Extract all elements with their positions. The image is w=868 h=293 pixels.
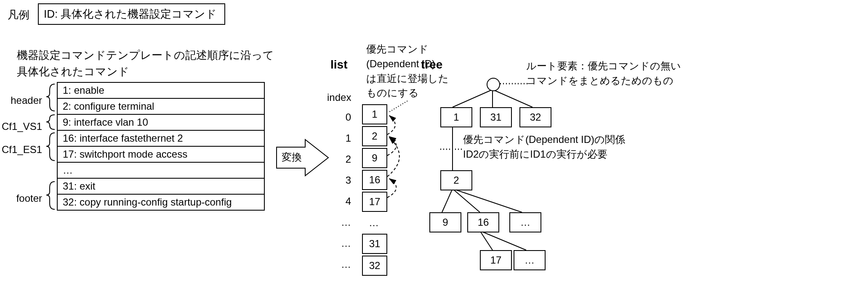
section-label-header: header: [0, 95, 42, 106]
list-title: list: [330, 58, 347, 71]
list-cell: 9: [362, 148, 387, 168]
table-row: 1: enable: [58, 83, 264, 99]
list-cell: 32: [362, 256, 387, 276]
convert-arrow: 変換: [276, 139, 314, 179]
section-label-cf1es1: Cf1_ES1: [0, 144, 42, 156]
list-cell: 31: [362, 234, 387, 254]
section-label-footer: footer: [0, 193, 42, 204]
annotation-root: ルート要素：優先コマンドの無い コマンドをまとめるためのもの: [526, 59, 681, 88]
svg-line-8: [480, 231, 493, 250]
tree-node: 2: [440, 170, 472, 190]
table-row-ellipsis: …: [58, 163, 264, 179]
index-value: …: [341, 233, 351, 254]
table-row: 31: exit: [58, 179, 264, 195]
legend-box: ID: 具体化された機器設定コマンド: [38, 3, 225, 25]
annotation-relation: 優先コマンド(Dependent ID)の関係 ID2の実行前にID1の実行が必…: [463, 132, 625, 162]
index-value: …: [341, 212, 351, 233]
diagram-canvas: 凡例 ID: 具体化された機器設定コマンド 機器設定コマンドテンプレートの記述順…: [0, 0, 868, 293]
arrow-label: 変換: [282, 151, 302, 163]
command-table: 1: enable 2: configure terminal 9: inter…: [57, 82, 265, 211]
table-row: 9: interface vlan 10: [58, 115, 264, 131]
list-cell: 17: [362, 192, 387, 212]
tree-node: 16: [467, 212, 499, 232]
tree-title: tree: [421, 58, 442, 71]
svg-line-9: [480, 231, 526, 250]
index-value: 1: [341, 128, 351, 149]
index-value: 4: [341, 191, 351, 212]
index-value: 0: [341, 107, 351, 128]
svg-line-5: [442, 189, 453, 212]
index-value: …: [341, 254, 351, 275]
tree-node: 17: [480, 250, 512, 270]
table-row: 16: interface fastethernet 2: [58, 131, 264, 147]
table-row: 2: configure terminal: [58, 99, 264, 115]
tree-node: 32: [519, 107, 551, 127]
svg-line-1: [453, 90, 493, 107]
list-cell: 16: [362, 170, 387, 190]
index-column: 0 1 2 3 4 … … …: [341, 107, 351, 275]
index-label: index: [327, 92, 351, 103]
left-description: 機器設定コマンドテンプレートの記述順序に沿って 具体化されたコマンド: [17, 47, 274, 80]
tree-node: 31: [480, 107, 512, 127]
section-label-cf1vs1: Cf1_VS1: [0, 121, 42, 132]
tree-node-ellipsis: …: [514, 250, 546, 270]
table-row: 32: copy running-config startup-config: [58, 195, 264, 210]
index-value: 3: [341, 170, 351, 191]
tree-node: 9: [429, 212, 461, 232]
table-row: 17: switchport mode access: [58, 147, 264, 163]
tree-node-ellipsis: …: [509, 212, 541, 232]
svg-line-7: [453, 189, 522, 212]
tree-root: [487, 78, 500, 91]
list-column: 1 2 9 16 17 … 31 32: [362, 104, 387, 277]
list-cell: 1: [362, 104, 387, 124]
svg-line-6: [453, 189, 480, 212]
legend-label: 凡例: [8, 8, 29, 22]
left-desc-line1: 機器設定コマンドテンプレートの記述順序に沿って: [17, 47, 274, 63]
list-cell-ellipsis: …: [362, 214, 386, 232]
tree-area: 1 31 32 2 9 16 … 17 …: [438, 78, 623, 280]
list-cell: 2: [362, 126, 387, 146]
tree-node: 1: [440, 107, 472, 127]
svg-line-3: [493, 90, 533, 107]
index-value: 2: [341, 149, 351, 170]
left-desc-line2: 具体化されたコマンド: [17, 63, 274, 80]
